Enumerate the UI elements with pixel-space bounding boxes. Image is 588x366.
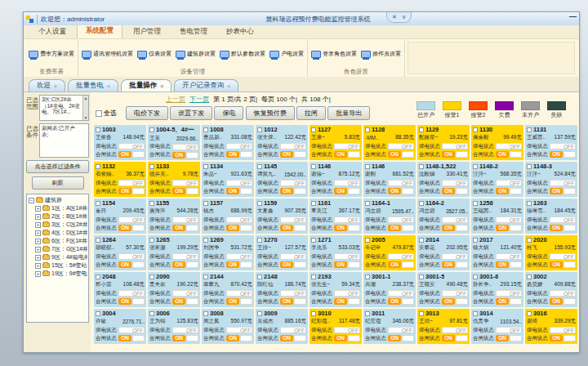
batch-action-button[interactable]: 批量导出: [327, 106, 370, 120]
expand-icon[interactable]: +: [35, 239, 41, 244]
meter-checkbox[interactable]: [257, 201, 262, 206]
document-tab[interactable]: 开户记录查询 ×: [174, 79, 238, 92]
meter-checkbox[interactable]: [311, 201, 316, 206]
meter-checkbox[interactable]: [527, 238, 532, 243]
meter-checkbox[interactable]: [257, 238, 262, 243]
meter-card[interactable]: 1128 -MM.. 88.35元 保电状态 OFF 合闸状态 ON: [363, 125, 416, 160]
ribbon-button[interactable]: 仪表设置: [136, 48, 172, 60]
tree-item[interactable]: + 19区：9#变电站(2#...: [35, 270, 87, 278]
ribbon-button[interactable]: 默认参数设置: [219, 48, 266, 60]
meter-checkbox[interactable]: [96, 201, 100, 206]
meter-checkbox[interactable]: [311, 274, 316, 279]
meter-card[interactable]: 1265 张家灏 199.29元 保电状态 OFF 合闸状态 ON: [148, 235, 200, 270]
meter-card[interactable]: 1154 金日 209.45元 保电状态 OFF 合闸状态 ON: [94, 199, 146, 234]
meter-card[interactable]: 1146 谢刚 681.52元 保电状态 OFF 合闸状态 ON: [363, 162, 416, 197]
meter-checkbox[interactable]: [311, 311, 316, 316]
select-all[interactable]: 全选: [96, 109, 117, 118]
meter-card[interactable]: 1003 王俊春 148.94元 保电状态 OFF 合闸状态 ON: [94, 125, 146, 160]
meter-card[interactable]: 2005 牛记申 479.87元 保电状态 OFF 合闸状态 ON: [363, 235, 416, 270]
meter-card[interactable]: 2144 章攀九 870.42元 保电状态 OFF 合闸状态 ON: [202, 272, 254, 307]
meter-card[interactable]: 1271 李兆乐 533.03元 保电状态 OFF 合闸状态 ON: [310, 235, 362, 270]
meter-checkbox[interactable]: [527, 127, 532, 132]
batch-action-button[interactable]: 拉闸: [296, 106, 326, 120]
tree-item[interactable]: + 9区：4#箱电井(4#箱...: [35, 253, 87, 261]
meter-card[interactable]: 1148-3 汪洋~ 524.84元 保电状态 OFF 合闸状态 ON: [525, 162, 577, 197]
meter-checkbox[interactable]: [96, 238, 100, 243]
meter-checkbox[interactable]: [527, 201, 532, 206]
meter-card[interactable]: 1145 谭振九.. 1542.00.. 保电状态 OFF 合闸状态 ON: [256, 162, 308, 197]
document-tab[interactable]: 欢迎 ×: [29, 79, 65, 92]
ribbon-tab[interactable]: 用户管理: [125, 25, 169, 38]
meter-checkbox[interactable]: [203, 201, 208, 206]
tree-item[interactable]: + 15区：5#变站(3#变...: [35, 261, 87, 270]
close-icon[interactable]: ✕: [392, 14, 397, 20]
meter-card[interactable]: 1134 朱品~ 921.63元 保电状态 OFF 合闸状态 ON: [202, 162, 254, 197]
meter-card[interactable]: 1164-1 冯立碧 1595.47.. 保电状态 OFF 合闸状态 ON: [363, 199, 416, 234]
meter-checkbox[interactable]: [365, 274, 370, 279]
meter-card[interactable]: 3016 谢琦 339.29元 保电状态 OFF 合闸状态 ON: [525, 309, 577, 344]
meter-checkbox[interactable]: [473, 164, 478, 169]
meter-card[interactable]: 1129 配娅星~ 19.23元 保电状态 OFF 合闸状态 ON: [417, 125, 470, 160]
ribbon-button[interactable]: 建筑群设置: [175, 48, 216, 60]
filter-select-button[interactable]: 点击选择过滤条件: [26, 160, 89, 173]
meter-checkbox[interactable]: [96, 127, 100, 132]
meter-card[interactable]: 2148 阳红仙 186.74元 保电状态 OFF 合闸状态 ON: [256, 272, 308, 307]
meter-card[interactable]: 3001-6 孙长争.. 293.15元 保电状态 OFF 合闸状态 ON: [471, 272, 523, 307]
tree-item[interactable]: + 3区：C区2#井(1#变...: [35, 221, 87, 229]
meter-checkbox[interactable]: [419, 127, 424, 132]
meter-card[interactable]: 2048 郑小雷 108.48元 保电状态 OFF 合闸状态 ON: [94, 272, 146, 307]
tab-close-icon[interactable]: ×: [107, 83, 110, 89]
meter-checkbox[interactable]: [257, 311, 262, 316]
batch-action-button[interactable]: 设置下发: [170, 106, 212, 120]
meter-checkbox[interactable]: [257, 274, 262, 279]
meter-card[interactable]: 1164-2 冯立碧 3527.05.. 保电状态 OFF 合闸状态 ON: [417, 199, 470, 234]
meter-card[interactable]: 1008 曹品新.. 331.08元 保电状态 OFF 合闸状态 ON: [202, 125, 254, 160]
select-all-checkbox[interactable]: [96, 110, 102, 117]
ribbon-button[interactable]: 费率方案设置: [28, 48, 75, 60]
meter-checkbox[interactable]: [149, 274, 154, 279]
meter-card[interactable]: 1148-2 汪洋~ 568.35元 保电状态 OFF 合闸状态 ON: [471, 162, 523, 197]
meter-card[interactable]: 1161 覃美江 367.17元 保电状态 OFF 合闸状态 ON: [310, 199, 362, 234]
meter-checkbox[interactable]: [203, 127, 208, 132]
expand-icon[interactable]: +: [35, 206, 41, 212]
expand-icon[interactable]: +: [35, 247, 41, 252]
meter-card[interactable]: 1155 唐海萍 544.28元 保电状态 OFF 合闸状态 ON: [148, 199, 200, 234]
meter-checkbox[interactable]: [311, 238, 316, 243]
refresh-button[interactable]: 刷新: [32, 176, 84, 190]
meter-checkbox[interactable]: [473, 201, 478, 206]
tab-close-icon[interactable]: ×: [54, 83, 57, 89]
tab-close-icon[interactable]: ×: [160, 83, 163, 89]
meter-card[interactable]: 1130 佩金毅 99.49元 保电状态 OFF 合闸状态 ON: [471, 125, 523, 160]
meter-checkbox[interactable]: [419, 274, 424, 279]
range-box[interactable]: 3区:C区2#井（1#变电、2#变电、7区1#... ▲▼: [39, 95, 89, 121]
meter-checkbox[interactable]: [149, 238, 154, 243]
ribbon-tab[interactable]: 售电管理: [172, 25, 216, 38]
meter-card[interactable]: 3006 王为锦 125.83元 保电状态 OFF 合闸状态 ON: [148, 309, 200, 344]
expand-icon[interactable]: +: [35, 230, 41, 236]
expand-icon[interactable]: +: [35, 271, 41, 277]
chevron-down-icon[interactable]: ∨: [402, 14, 406, 20]
meter-checkbox[interactable]: [419, 201, 424, 206]
meter-card[interactable]: 2014 安攀花 202.95元 保电状态 OFF 合闸状态 ON: [417, 235, 470, 270]
meter-card[interactable]: 3001-5 王顺安 490.48元 保电状态 OFF 合闸状态 ON: [417, 272, 470, 307]
meter-checkbox[interactable]: [527, 164, 532, 169]
meter-card[interactable]: 2193 张先生~ 59.34元 保电状态 OFF 合闸状态 ON: [310, 272, 362, 307]
meter-checkbox[interactable]: [473, 127, 478, 132]
tree-item[interactable]: + 4区：D区1#井(D区1...: [35, 229, 87, 237]
meter-checkbox[interactable]: [257, 164, 262, 169]
meter-card[interactable]: 1264 胡晓郁.. 57.30元 保电状态 OFF 合闸状态 ON: [94, 235, 146, 270]
meter-checkbox[interactable]: [96, 164, 100, 169]
meter-checkbox[interactable]: [473, 274, 478, 279]
meter-card[interactable]: 3011 纪宏霞 346.06元 保电状态 OFF 合闸状态 ON: [363, 309, 416, 344]
meter-checkbox[interactable]: [365, 127, 370, 132]
meter-card[interactable]: 3009 吴成杰 885.16元 保电状态 OFF 合闸状态 ON: [256, 309, 308, 344]
meter-card[interactable]: 3001-1 高珊 238.37元 保电状态 OFF 合闸状态 ON: [363, 272, 416, 307]
tree-item[interactable]: + 7区：G区1#井: [35, 245, 87, 253]
ribbon-button[interactable]: 操作员设置: [360, 48, 402, 60]
collapse-icon[interactable]: −: [29, 198, 34, 203]
meter-card[interactable]: 1269 刘国争 531.72元 保电状态 OFF 合闸状态 ON: [202, 235, 254, 270]
meter-checkbox[interactable]: [203, 274, 208, 279]
meter-card[interactable]: 1270 王排~ 127.57元 保电状态 OFF 合闸状态 ON: [256, 235, 308, 270]
meter-checkbox[interactable]: [203, 238, 208, 243]
meter-checkbox[interactable]: [149, 311, 154, 316]
